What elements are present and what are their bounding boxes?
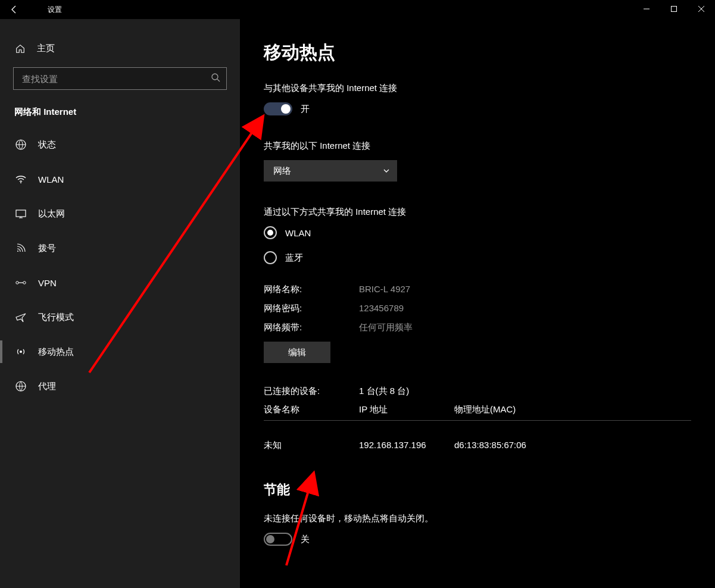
sidebar-item-label: WLAN [38,174,64,184]
sidebar-item-vpn[interactable]: VPN [0,265,240,300]
edit-button-label: 编辑 [288,347,306,358]
network-band-key: 网络频带: [264,318,359,337]
page-title: 移动热点 [264,40,691,65]
close-button[interactable] [688,0,715,18]
maximize-button[interactable] [660,0,688,18]
svg-point-5 [17,251,18,252]
power-saving-heading: 节能 [264,481,691,499]
share-toggle[interactable] [264,102,292,115]
svg-point-6 [16,282,18,284]
svg-rect-0 [672,7,677,12]
radio-bluetooth-row[interactable]: 蓝牙 [264,251,691,264]
svg-point-3 [20,182,21,183]
radio-bluetooth-label: 蓝牙 [285,252,303,264]
sidebar-item-proxy[interactable]: 代理 [0,369,240,404]
sidebar-item-ethernet[interactable]: 以太网 [0,196,240,231]
sidebar-item-wlan[interactable]: WLAN [0,162,240,196]
sidebar-item-label: 代理 [38,381,56,392]
device-table: 设备名称 IP 地址 物理地址(MAC) 未知 192.168.137.196 … [264,404,691,451]
window-controls [633,0,715,18]
minimize-icon [643,5,650,12]
chevron-down-icon [383,167,390,174]
device-row-mac: d6:13:83:85:67:06 [454,440,573,451]
sidebar-item-airplane[interactable]: 飞行模式 [0,300,240,334]
power-saving-toggle[interactable] [264,533,292,546]
network-band-value: 任何可用频率 [359,318,413,337]
dropdown-value: 网络 [273,165,291,177]
sidebar-item-status[interactable]: 状态 [0,127,240,162]
dialup-icon [14,242,27,254]
radio-bluetooth[interactable] [264,251,277,264]
airplane-icon [14,311,27,323]
device-col-mac: 物理地址(MAC) [454,404,573,415]
home-icon [14,43,26,54]
sidebar-section-label: 网络和 Internet [0,90,240,127]
edit-button[interactable]: 编辑 [264,342,330,363]
radio-wlan[interactable] [264,226,277,239]
search-input[interactable] [22,74,211,84]
maximize-icon [670,5,677,12]
search-icon [211,73,220,85]
hotspot-icon [14,346,27,358]
device-col-name: 设备名称 [264,404,359,415]
svg-point-7 [23,282,26,284]
network-name-value: BRIC-L 4927 [359,280,410,299]
title-bar: 设置 [0,0,715,19]
content-area: 移动热点 与其他设备共享我的 Internet 连接 开 共享我的以下 Inte… [240,19,715,588]
device-row-ip: 192.168.137.196 [359,440,454,451]
network-name-key: 网络名称: [264,280,359,299]
share-source-dropdown[interactable]: 网络 [264,160,397,182]
home-label: 主页 [37,43,55,54]
sidebar-item-label: VPN [38,278,57,288]
ethernet-icon [14,208,27,220]
status-icon [14,139,27,151]
wifi-icon [14,173,27,185]
network-password-key: 网络密码: [264,299,359,318]
share-toggle-state: 开 [301,104,310,115]
connected-devices-value: 1 台(共 8 台) [359,386,409,397]
sidebar-item-dialup[interactable]: 拨号 [0,231,240,265]
sidebar-item-label: 状态 [38,139,56,151]
search-input-container[interactable] [13,67,227,90]
proxy-icon [14,380,27,392]
home-nav[interactable]: 主页 [0,37,240,60]
network-password-value: 123456789 [359,299,404,318]
sidebar: 主页 网络和 Internet 状态 WLAN 以太网 [0,19,240,588]
share-via-label: 通过以下方式共享我的 Internet 连接 [264,207,691,218]
sidebar-item-hotspot[interactable]: 移动热点 [0,334,240,369]
close-icon [698,5,705,12]
svg-rect-4 [16,210,26,217]
minimize-button[interactable] [633,0,660,18]
device-col-ip: IP 地址 [359,404,454,415]
sidebar-item-label: 以太网 [38,208,65,220]
window-title: 设置 [48,5,62,15]
radio-wlan-label: WLAN [285,228,311,238]
device-row: 未知 192.168.137.196 d6:13:83:85:67:06 [264,440,691,451]
back-button[interactable] [10,0,33,19]
sidebar-item-label: 拨号 [38,243,56,254]
power-saving-desc: 未连接任何设备时，移动热点将自动关闭。 [264,513,691,524]
svg-point-1 [212,74,218,80]
share-source-label: 共享我的以下 Internet 连接 [264,140,691,152]
device-row-name: 未知 [264,440,359,451]
sidebar-item-label: 移动热点 [38,346,74,358]
svg-point-8 [20,351,22,353]
vpn-icon [14,277,27,289]
power-saving-toggle-state: 关 [301,534,310,545]
sidebar-item-label: 飞行模式 [38,312,74,323]
connected-devices-key: 已连接的设备: [264,386,359,397]
back-arrow-icon [10,5,19,14]
radio-wlan-row[interactable]: WLAN [264,226,691,239]
share-connection-label: 与其他设备共享我的 Internet 连接 [264,83,691,94]
